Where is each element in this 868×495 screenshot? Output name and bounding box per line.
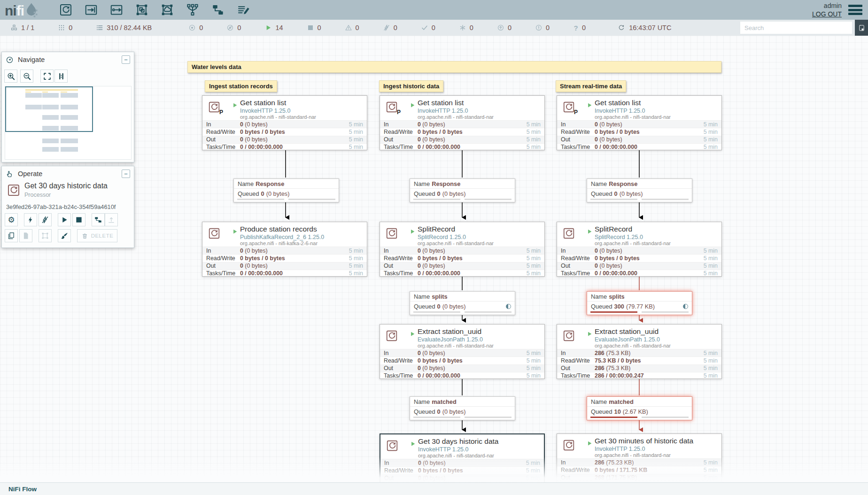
stat-window: 5 min (696, 255, 721, 262)
stat-label: Read/Write (380, 129, 418, 135)
birdseye-minimap[interactable] (5, 86, 132, 160)
processor-get-30-minutes-of-historic-data[interactable]: Get 30 minutes of historic dataInvokeHTT… (557, 433, 722, 488)
label-ingest-historic-data[interactable]: Ingest historic data (379, 80, 443, 92)
stat-label: Out (557, 365, 595, 371)
connection-queued-row: Queued 10(2.67 KB) (587, 407, 692, 417)
configuration-button[interactable]: ⚙ (5, 213, 18, 226)
label-water-levels-data[interactable]: Water levels data (187, 61, 721, 73)
processor-bundle: org.apache.nifi - nifi-standard-nar (418, 240, 494, 246)
stat-window: 5 min (519, 475, 544, 481)
status-up-to-date-count: 0 (432, 24, 435, 31)
stop-button[interactable] (72, 213, 85, 226)
label-stream-real-time-data[interactable]: Stream real-time data (556, 80, 626, 92)
logo-text-fi: fi (16, 4, 24, 18)
toolbar-process-group-icon[interactable] (135, 3, 149, 17)
delete-button[interactable]: DELETE (77, 229, 117, 242)
running-status-icon (409, 331, 416, 337)
paste-button[interactable] (19, 229, 32, 242)
global-menu-icon[interactable] (848, 5, 862, 15)
processor-get-station-list[interactable]: PGet station listInvokeHTTP 1.25.0org.ap… (202, 95, 367, 150)
processor-extract-station-uuid[interactable]: Extract station_uuidEvaluateJsonPath 1.2… (380, 324, 545, 379)
status-invalid: 0 (345, 24, 359, 31)
queue-capacity-bars (587, 311, 692, 315)
collapse-navigate-button[interactable]: − (122, 55, 130, 64)
disable-button[interactable] (39, 213, 52, 226)
connection-label-matched[interactable]: Name matchedQueued 0(0 bytes) (410, 396, 515, 420)
logout-link[interactable]: LOG OUT (812, 10, 842, 18)
label-ingest-station-records[interactable]: Ingest station records (205, 80, 277, 92)
enable-button[interactable] (24, 213, 37, 226)
copy-button[interactable] (5, 229, 18, 242)
toolbar-output-port-icon[interactable] (109, 3, 124, 17)
status-sync-failure-count: 0 (582, 24, 586, 31)
stat-row: Tasks/Time0 / 00:00:00.000 5 min (557, 143, 721, 151)
connection-label-response[interactable]: Name ResponseQueued 0(0 bytes) (587, 178, 692, 202)
stat-row: In0 (0 bytes)5 min (202, 120, 367, 128)
toolbar-label-icon[interactable] (236, 3, 250, 17)
processor-type: EvaluateJsonPath 1.25.0 (595, 336, 660, 343)
toolbar-input-port-icon[interactable] (84, 3, 98, 17)
stat-value: 0 / 00:00:00.000 (595, 144, 696, 150)
connection-label-splits[interactable]: Name splitsQueued 0(0 bytes) (410, 291, 515, 315)
refresh-button[interactable]: 16:43:07 UTC (618, 24, 671, 31)
toolbar-processor-icon[interactable] (59, 3, 73, 17)
processor-splitrecord[interactable]: SplitRecordSplitRecord 1.25.0org.apache.… (380, 222, 545, 277)
stat-label: Read/Write (380, 357, 418, 364)
stat-label: In (202, 248, 240, 254)
change-version-button[interactable] (105, 213, 118, 226)
stat-window: 5 min (519, 136, 544, 143)
status-locally-modified: 0 (459, 24, 473, 31)
refresh-icon (618, 24, 625, 31)
stat-label: Out (380, 263, 418, 269)
stat-row: In0 (0 bytes)5 min (557, 247, 721, 254)
stat-window: 5 min (696, 459, 721, 466)
status-sync-failure: ?0 (573, 24, 586, 32)
processor-extract-station-uuid[interactable]: Extract station_uuidEvaluateJsonPath 1.2… (557, 324, 722, 379)
connection-label-response[interactable]: Name ResponseQueued 0(0 bytes) (410, 178, 515, 202)
queue-capacity-bars (410, 199, 515, 202)
toolbar-remote-process-group-icon[interactable] (160, 3, 174, 17)
processor-get-station-list[interactable]: PGet station listInvokeHTTP 1.25.0org.ap… (557, 95, 722, 150)
navigate-panel: Navigate − (1, 52, 134, 162)
processor-get-30-days-historic-data[interactable]: Get 30 days historic dataInvokeHTTP 1.25… (380, 433, 545, 488)
minimap-block (61, 105, 78, 109)
connection-label-splits[interactable]: Name splitsQueued 300(79.77 KB) (587, 291, 692, 315)
flow-canvas[interactable]: Water levels data Ingest station records… (0, 36, 868, 495)
processor-name: Get station list (595, 99, 641, 107)
commit-version-button[interactable] (92, 213, 105, 226)
nifi-drop-icon (25, 2, 39, 18)
zoom-actual-button[interactable] (54, 70, 68, 83)
change-color-button[interactable] (58, 229, 71, 242)
minimap-block (42, 147, 59, 152)
processor-type: InvokeHTTP 1.25.0 (595, 446, 645, 452)
breadcrumb[interactable]: NiFi Flow (8, 486, 37, 493)
compass-icon (6, 56, 14, 64)
birdseye-toggle-button[interactable] (855, 20, 868, 36)
zoom-out-button[interactable] (20, 70, 33, 83)
zoom-fit-button[interactable] (40, 70, 54, 83)
processor-name: Get station list (240, 99, 286, 107)
up-to-date-icon (421, 24, 428, 31)
stat-label: Read/Write (380, 255, 418, 262)
queued-icon (96, 24, 103, 31)
group-button[interactable] (39, 229, 52, 242)
processor-produce-station-records[interactable]: Produce station recordsPublishKafkaRecor… (202, 222, 367, 277)
stat-window: 5 min (519, 460, 544, 466)
stat-label: In (557, 121, 595, 128)
toolbar-funnel-icon[interactable] (186, 3, 200, 17)
connection-label-response[interactable]: Name ResponseQueued 0(0 bytes) (233, 178, 339, 202)
processor-get-station-list[interactable]: PGet station listInvokeHTTP 1.25.0org.ap… (380, 95, 545, 150)
stat-label: Out (557, 474, 595, 481)
toolbar-template-icon[interactable] (211, 3, 225, 17)
collapse-operate-button[interactable]: − (122, 170, 130, 178)
search-input[interactable] (740, 22, 852, 34)
zoom-in-button[interactable] (4, 70, 17, 83)
minimap-block (25, 93, 42, 98)
processor-icon (386, 439, 399, 452)
start-button[interactable] (58, 213, 71, 226)
queue-capacity-bars (234, 199, 339, 202)
minimap-block (61, 93, 78, 98)
connection-label-matched[interactable]: Name matchedQueued 10(2.67 KB) (587, 396, 692, 420)
processor-splitrecord[interactable]: SplitRecordSplitRecord 1.25.0org.apache.… (557, 222, 722, 277)
stat-row: Tasks/Time0 / 00:00:00.000 5 min (380, 270, 544, 277)
